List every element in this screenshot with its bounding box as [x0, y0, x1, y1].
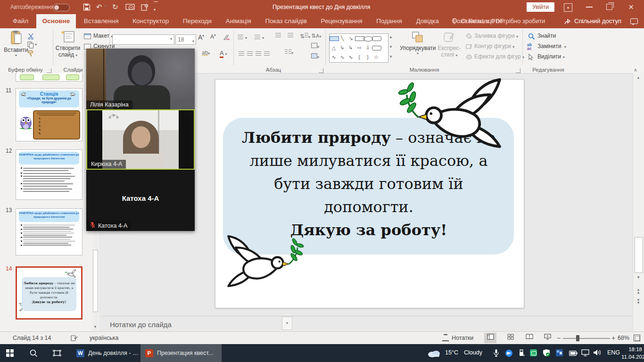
- slide-indicator[interactable]: Слайд 14 з 14: [13, 335, 51, 341]
- tab-review[interactable]: Рецензування: [315, 14, 369, 28]
- normal-view-button[interactable]: [484, 333, 496, 343]
- shape-outline-button[interactable]: Контур фігури ▾: [474, 43, 514, 49]
- undo-icon[interactable]: ↶: [96, 0, 102, 14]
- slide-sorter-view-button[interactable]: [504, 333, 517, 343]
- select-button[interactable]: Виділити ▾: [537, 53, 565, 60]
- font-color-icon[interactable]: A ▾: [220, 49, 227, 57]
- notes-placeholder[interactable]: Нотатки до слайда: [110, 321, 172, 329]
- sign-in-button[interactable]: Увійти: [527, 2, 554, 12]
- thumbnail-scroll-down-icon[interactable]: ▾: [93, 324, 98, 329]
- zoom-level[interactable]: 68%: [618, 335, 629, 341]
- convert-smartart-icon[interactable]: ▾: [311, 53, 319, 60]
- thumbnail-scrollbar-thumb[interactable]: [93, 250, 98, 312]
- tab-file[interactable]: Файл: [7, 14, 34, 28]
- copy-dropdown-icon[interactable]: ▾: [35, 42, 37, 47]
- next-slide-button[interactable]: ▾▾: [635, 298, 642, 304]
- columns-icon[interactable]: ▾: [285, 49, 293, 56]
- clear-formatting-icon[interactable]: [223, 34, 230, 42]
- slide-thumbnail-12[interactable]: ПАМ'ЯТКА щодо дбайливого ставлення до пр…: [16, 149, 83, 200]
- clock-tray[interactable]: 18:18 11.04.2023: [621, 346, 642, 361]
- shape-fill-button[interactable]: Заливка фігури ▾: [474, 33, 518, 39]
- participant-video-1[interactable]: Лілія Казаріна: [86, 49, 195, 109]
- shape-effects-button[interactable]: Ефекти для фігур ▾: [474, 53, 524, 60]
- taskbar-word-app[interactable]: W День довкілля - W...: [72, 344, 147, 362]
- previous-slide-button[interactable]: ▴▴: [635, 288, 642, 294]
- volume-tray-icon[interactable]: [593, 349, 602, 358]
- video-call-overlay[interactable]: Лілія Казаріна Кирюха 4-А Катоха 4-А Кат…: [86, 49, 195, 231]
- align-left-icon[interactable]: [239, 50, 244, 58]
- notes-pane[interactable]: Нотатки до слайда: [102, 316, 632, 332]
- slide-thumbnail-11[interactable]: Станція «Поради, як бути дружнім до прир…: [16, 88, 83, 141]
- thumbnail-scrollbar[interactable]: ▾: [93, 231, 98, 331]
- slideshow-view-button[interactable]: [541, 333, 553, 343]
- tab-design[interactable]: Конструктор: [126, 14, 175, 28]
- start-slideshow-icon[interactable]: [125, 4, 135, 12]
- align-center-icon[interactable]: [247, 50, 253, 58]
- comments-icon[interactable]: [630, 18, 638, 24]
- weather-condition[interactable]: Cloudy: [464, 349, 482, 356]
- quick-styles-button[interactable]: Експрес- стилі ▾: [436, 31, 463, 58]
- autosave-toggle[interactable]: [53, 4, 70, 11]
- text-highlight-icon[interactable]: ab▾: [202, 49, 210, 56]
- network-tray-icon[interactable]: [581, 349, 589, 358]
- shapes-scroll-down-icon[interactable]: ▾: [388, 44, 393, 49]
- find-button[interactable]: Знайти: [537, 33, 556, 39]
- restore-button[interactable]: [606, 4, 612, 10]
- slide-thumbnail-14-selected[interactable]: Любити природу – означає не лише милуват…: [16, 266, 83, 320]
- taskbar-search-icon[interactable]: [29, 349, 38, 359]
- collapse-ribbon-icon[interactable]: ∧: [634, 67, 637, 73]
- grow-font-icon[interactable]: A▴: [198, 33, 204, 41]
- decrease-indent-icon[interactable]: [275, 33, 281, 40]
- font-size-combo[interactable]: 18▾: [175, 34, 196, 45]
- save-icon[interactable]: [83, 3, 91, 12]
- usb-tray-icon[interactable]: [518, 349, 525, 358]
- share-button[interactable]: Спільний доступ: [574, 14, 621, 28]
- redo-icon[interactable]: ↻: [112, 0, 118, 14]
- layout-button[interactable]: Макет ▾: [93, 33, 113, 39]
- numbering-icon[interactable]: [255, 34, 260, 41]
- taskbar-powerpoint-app[interactable]: P Презентация квест...: [140, 344, 222, 362]
- tab-transitions[interactable]: Переходи: [177, 14, 218, 28]
- align-right-icon[interactable]: [256, 50, 261, 58]
- battery-tray-icon[interactable]: [569, 350, 578, 357]
- scroll-down-icon[interactable]: ▾: [635, 275, 642, 280]
- shapes-gallery[interactable]: ╲↘ △↳↳⇨⇩ ∿∿∿{}☆: [329, 33, 388, 63]
- fit-slide-to-window-icon[interactable]: [634, 335, 640, 341]
- reading-view-button[interactable]: [523, 333, 536, 343]
- tell-me-box[interactable]: Скажіть, що потрібно зробити: [461, 14, 545, 28]
- minimize-button[interactable]: [586, 7, 593, 8]
- notes-toggle-button[interactable]: Нотатки: [452, 335, 473, 341]
- participant-video-3-novideo[interactable]: Катоха 4-А Катоха 4-А: [86, 170, 195, 231]
- language-indicator[interactable]: українська: [90, 335, 118, 341]
- arrange-button[interactable]: Упорядкувати▾: [400, 31, 436, 56]
- tab-view[interactable]: Подання: [370, 14, 408, 28]
- shrink-font-icon[interactable]: A▾: [210, 33, 216, 40]
- align-text-icon[interactable]: ▾: [311, 43, 319, 49]
- format-painter-icon[interactable]: [27, 50, 34, 58]
- numbering-dropdown-icon[interactable]: ▾: [262, 36, 264, 40]
- windows-security-tray-icon[interactable]: [543, 349, 550, 358]
- line-spacing-icon[interactable]: ⇅▾: [300, 33, 310, 40]
- tab-animations[interactable]: Анімація: [220, 14, 257, 28]
- cut-icon[interactable]: [27, 33, 34, 41]
- font-name-combo[interactable]: ▾: [112, 34, 174, 45]
- main-scrollbar-thumb[interactable]: [635, 237, 643, 273]
- close-button[interactable]: ×: [628, 0, 634, 14]
- justify-icon[interactable]: [264, 50, 270, 58]
- weather-cloud-icon[interactable]: [427, 349, 441, 359]
- paragraph-dialog-launcher[interactable]: [319, 68, 323, 73]
- increase-indent-icon[interactable]: [288, 33, 293, 40]
- tab-insert[interactable]: Вставлення: [78, 14, 125, 28]
- bullets-icon[interactable]: [238, 34, 243, 41]
- zoom-slider-thumb[interactable]: [576, 335, 579, 341]
- accessibility-checker-icon[interactable]: [71, 335, 78, 343]
- tab-slideshow[interactable]: Показ слайдів: [259, 14, 313, 28]
- zoom-app-tray-icon[interactable]: [505, 350, 512, 357]
- ribbon-display-options-icon[interactable]: ▴: [564, 3, 572, 12]
- notes-splitter-button[interactable]: ▾: [282, 317, 292, 330]
- replace-button[interactable]: Замінити ▾: [537, 43, 566, 49]
- scroll-up-icon[interactable]: ▴: [635, 75, 642, 80]
- drawing-dialog-launcher[interactable]: [516, 68, 520, 73]
- paste-button[interactable]: Вставити▾: [4, 30, 28, 58]
- undo-dropdown-icon[interactable]: ▾: [105, 0, 107, 13]
